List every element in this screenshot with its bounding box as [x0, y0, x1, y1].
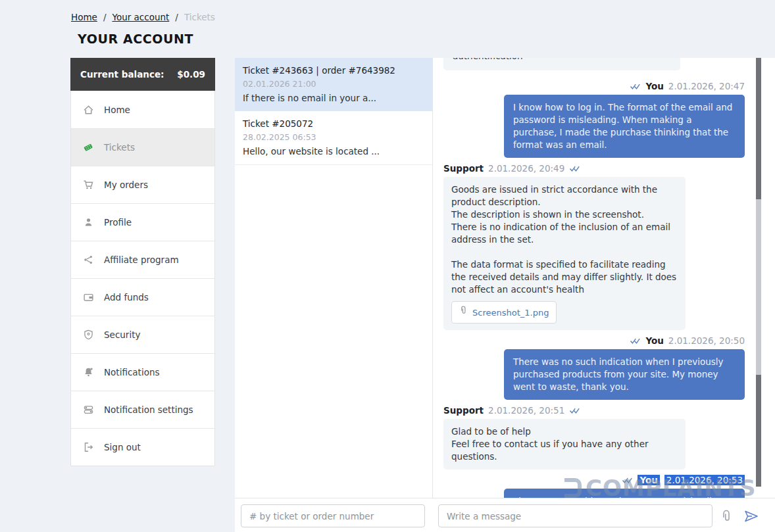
message-line: The description is shown in the screensh…: [451, 208, 678, 221]
composer-icons: [719, 504, 760, 527]
current-balance: Current balance: $0.09: [70, 58, 215, 91]
read-checkmarks-icon: [630, 337, 641, 345]
message-time: 2.01.2026, 20:53: [664, 475, 745, 485]
sidebar: Current balance: $0.09 HomeTicketsMy ord…: [70, 58, 215, 466]
attachment-chip[interactable]: Screenshot_1.png: [451, 301, 557, 324]
sidebar-item-notifications[interactable]: Notifications: [71, 353, 214, 391]
breadcrumb-home-link[interactable]: Home: [71, 12, 97, 22]
sidebar-menu: HomeTicketsMy ordersProfileAffiliate pro…: [70, 91, 215, 466]
wallet-icon: [82, 292, 94, 302]
message-line: The data format is specified to facilita…: [451, 258, 678, 296]
ticket-preview: Hello, our website is located ...: [243, 146, 424, 157]
ticket-list-item[interactable]: Ticket #205072 28.02.2025 06:53 Hello, o…: [235, 111, 432, 165]
message-outgoing: Please remove this section; you are misl…: [504, 489, 745, 498]
ticket-search-input[interactable]: [241, 504, 425, 527]
breadcrumb-separator: /: [103, 12, 107, 22]
message-time: 2.01.2026, 20:49: [488, 163, 564, 174]
breadcrumb: Home / Your account / Tickets: [71, 12, 215, 22]
sidebar-item-label: Tickets: [104, 142, 135, 153]
sender-name: You: [638, 475, 659, 485]
sidebar-item-home[interactable]: Home: [71, 91, 214, 128]
ticket-list: Ticket #243663 | order #7643982 02.01.20…: [235, 58, 432, 165]
message-line: [451, 246, 678, 258]
attachment-filename: Screenshot_1.png: [472, 306, 549, 319]
message-incoming: Goods are issued in strict accordance wi…: [443, 177, 686, 330]
paperclip-icon: [459, 306, 468, 319]
toggles-icon: [82, 404, 94, 415]
message-line: I know how to log in. The format of the …: [513, 101, 736, 151]
sidebar-item-label: My orders: [104, 180, 148, 190]
chat-scrollbar-thumb[interactable]: [756, 199, 761, 375]
message-time: 2.01.2026, 20:47: [668, 81, 745, 91]
ticket-preview: If there is no email in your a...: [243, 93, 424, 103]
account-page: Home / Your account / Tickets YOUR ACCOU…: [0, 0, 775, 532]
user-icon: [82, 217, 94, 228]
sidebar-item-add-funds[interactable]: Add funds: [71, 278, 214, 316]
sidebar-item-security[interactable]: Security: [71, 316, 214, 353]
message-line: There was no such indication when I prev…: [513, 356, 736, 393]
bottom-bar: [235, 498, 775, 532]
sidebar-item-label: Affiliate program: [104, 254, 179, 265]
sidebar-item-label: Home: [104, 105, 130, 115]
ticket-icon: [82, 142, 94, 153]
attach-file-icon[interactable]: [719, 509, 734, 523]
message-line: Feel free to contact us if you have any …: [451, 438, 678, 463]
read-checkmarks-icon: [569, 165, 580, 172]
message-header-support: Support2.01.2026, 20:51: [443, 405, 745, 416]
message-time: 2.01.2026, 20:51: [488, 405, 564, 416]
partial-support-message: authentification: [443, 58, 680, 70]
chat-scrollbar[interactable]: [756, 58, 761, 487]
sender-name: You: [645, 335, 663, 346]
message-time: 2.01.2026, 20:50: [668, 335, 745, 346]
message-line: There is no indication of the inclusion …: [451, 221, 678, 246]
breadcrumb-your-account-link[interactable]: Your account: [112, 12, 169, 22]
sidebar-item-profile[interactable]: Profile: [71, 203, 214, 241]
read-checkmarks-icon: [622, 477, 633, 484]
sidebar-item-label: Profile: [104, 217, 132, 228]
sender-name: You: [645, 81, 663, 91]
sidebar-item-label: Add funds: [104, 292, 149, 302]
read-checkmarks-icon: [630, 83, 641, 90]
breadcrumb-current: Tickets: [184, 12, 215, 22]
sidebar-item-label: Notifications: [104, 367, 160, 377]
message-header-you: You2.01.2026, 20:53: [443, 475, 745, 485]
message-header-you: You2.01.2026, 20:47: [443, 81, 745, 91]
message-header-you: You2.01.2026, 20:50: [443, 335, 745, 346]
chat-panel: authentification You2.01.2026, 20:47I kn…: [432, 58, 775, 498]
shield-icon: [82, 329, 94, 340]
share-icon: [82, 254, 94, 265]
sidebar-item-label: Sign out: [104, 442, 141, 452]
message-incoming: Glad to be of helpFeel free to contact u…: [443, 419, 686, 470]
message-header-support: Support2.01.2026, 20:49: [443, 163, 745, 174]
ticket-title: Ticket #243663 | order #7643982: [243, 65, 424, 76]
ticket-title: Ticket #205072: [243, 118, 424, 129]
chat-messages: authentification You2.01.2026, 20:47I kn…: [433, 58, 775, 498]
ticket-list-item[interactable]: Ticket #243663 | order #7643982 02.01.20…: [235, 58, 432, 111]
sidebar-item-tickets[interactable]: Tickets: [71, 128, 214, 166]
home-icon: [82, 105, 94, 115]
ticket-list-panel: Ticket #243663 | order #7643982 02.01.20…: [235, 58, 432, 498]
sidebar-item-sign-out[interactable]: Sign out: [71, 428, 214, 466]
sign-out-icon: [82, 442, 94, 452]
sidebar-item-notification-settings[interactable]: Notification settings: [71, 391, 214, 428]
cart-icon: [82, 180, 94, 190]
send-message-icon[interactable]: [743, 509, 760, 523]
ticket-date: 28.02.2025 06:53: [243, 132, 424, 142]
message-line: Goods are issued in strict accordance wi…: [451, 183, 678, 208]
balance-label: Current balance:: [80, 69, 164, 80]
sidebar-item-my-orders[interactable]: My orders: [71, 166, 214, 203]
sidebar-item-label: Security: [104, 329, 140, 340]
message-outgoing: There was no such indication when I prev…: [504, 349, 745, 400]
message-line: Glad to be of help: [451, 425, 678, 438]
sender-name: Support: [443, 405, 484, 416]
balance-value: $0.09: [177, 69, 205, 80]
message-outgoing: I know how to log in. The format of the …: [504, 95, 745, 158]
message-input[interactable]: [438, 504, 712, 527]
bell-icon: [82, 367, 94, 377]
breadcrumb-separator: /: [175, 12, 178, 22]
read-checkmarks-icon: [569, 407, 580, 414]
sidebar-item-label: Notification settings: [104, 404, 193, 415]
page-title: YOUR ACCOUNT: [78, 32, 193, 46]
ticket-date: 02.01.2026 21:00: [243, 79, 424, 89]
sidebar-item-affiliate-program[interactable]: Affiliate program: [71, 241, 214, 278]
